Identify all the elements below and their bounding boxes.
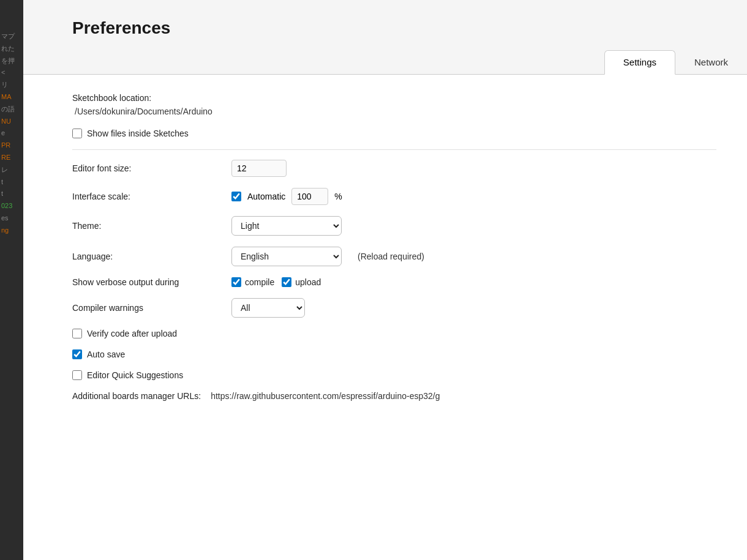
sidebar: マプ れた を押 < リ MA の語 NU e PR RE レ t t 023 … (0, 0, 23, 560)
sidebar-text-2: れた (1, 43, 22, 55)
compile-checkbox[interactable] (231, 277, 241, 287)
sidebar-text-es: es (1, 212, 22, 225)
show-files-label: Show files inside Sketches (87, 129, 189, 138)
sidebar-text-9: t (1, 176, 22, 189)
sketchbook-group: Sketchbook location: /Users/dokunira/Doc… (72, 93, 716, 116)
scale-controls: Automatic % (231, 188, 342, 205)
tab-settings[interactable]: Settings (604, 50, 675, 75)
theme-row: Theme: Light Dark System (72, 216, 716, 236)
tab-network[interactable]: Network (675, 50, 747, 74)
theme-select[interactable]: Light Dark System (231, 216, 342, 236)
settings-content: Sketchbook location: /Users/dokunira/Doc… (23, 75, 747, 560)
sidebar-content: マプ れた を押 < リ MA の語 NU e PR RE レ t t 023 … (0, 0, 23, 237)
verbose-controls: compile upload (231, 277, 321, 287)
compile-item: compile (231, 277, 274, 287)
sidebar-text-ma: MA (1, 91, 22, 103)
show-files-checkbox[interactable] (72, 129, 82, 138)
upload-label: upload (295, 277, 321, 287)
sidebar-text-7: e (1, 127, 22, 140)
sidebar-text-3: を押 (1, 55, 22, 67)
auto-save-row: Auto save (72, 349, 716, 359)
sidebar-text-10: t (1, 188, 22, 200)
sidebar-text-ng: ng (1, 225, 22, 237)
sidebar-text-re: RE (1, 152, 22, 164)
sidebar-text-5: リ (1, 79, 22, 91)
language-label: Language: (72, 252, 219, 261)
verbose-label: Show verbose output during (72, 277, 219, 287)
verify-row: Verify code after upload (72, 329, 716, 338)
page-title: Preferences (72, 18, 716, 38)
font-size-label: Editor font size: (72, 163, 219, 173)
sidebar-text-023: 023 (1, 200, 22, 212)
editor-suggestions-row: Editor Quick Suggestions (72, 370, 716, 380)
show-files-row: Show files inside Sketches (72, 129, 716, 138)
sidebar-text-pr: PR (1, 140, 22, 152)
compiler-warnings-select[interactable]: None Default More All (231, 298, 305, 318)
sidebar-text-8: レ (1, 164, 22, 176)
editor-suggestions-checkbox[interactable] (72, 370, 82, 380)
interface-scale-row: Interface scale: Automatic % (72, 188, 716, 205)
compiler-warnings-row: Compiler warnings None Default More All (72, 298, 716, 318)
automatic-checkbox[interactable] (231, 192, 241, 201)
sidebar-text-6: の語 (1, 103, 22, 116)
sketchbook-location-label: Sketchbook location: (72, 93, 716, 103)
verify-label: Verify code after upload (87, 329, 177, 338)
panel-header: Preferences (23, 0, 747, 50)
scale-unit: % (334, 192, 342, 201)
editor-suggestions-label: Editor Quick Suggestions (87, 370, 183, 380)
boards-manager-url: https://raw.githubusercontent.com/espres… (211, 391, 440, 401)
preferences-panel: Preferences Settings Network Sketchbook … (23, 0, 747, 560)
reload-required-note: (Reload required) (358, 252, 424, 261)
sketchbook-path: /Users/dokunira/Documents/Arduino (72, 106, 716, 116)
compiler-warnings-label: Compiler warnings (72, 303, 219, 313)
interface-scale-label: Interface scale: (72, 192, 219, 201)
auto-save-label: Auto save (87, 349, 125, 359)
upload-checkbox[interactable] (282, 277, 291, 287)
sidebar-text-nu: NU (1, 116, 22, 128)
sidebar-text-1: マプ (1, 31, 22, 43)
automatic-label: Automatic (247, 192, 285, 201)
verify-checkbox[interactable] (72, 329, 82, 338)
sidebar-text-4: < (1, 67, 22, 79)
divider-1 (72, 149, 716, 150)
auto-save-checkbox[interactable] (72, 349, 82, 359)
boards-manager-label: Additional boards manager URLs: (72, 391, 201, 401)
compile-label: compile (245, 277, 274, 287)
boards-manager-row: Additional boards manager URLs: https://… (72, 391, 716, 401)
verbose-row: Show verbose output during compile uploa… (72, 277, 716, 287)
theme-label: Theme: (72, 221, 219, 231)
language-row: Language: English 日本語 Deutsch Français E… (72, 247, 716, 266)
upload-item: upload (282, 277, 321, 287)
tabs-row: Settings Network (23, 50, 747, 75)
scale-value-input[interactable] (291, 188, 328, 205)
font-size-input[interactable] (231, 160, 287, 177)
language-select[interactable]: English 日本語 Deutsch Français Español (231, 247, 342, 266)
font-size-row: Editor font size: (72, 160, 716, 177)
